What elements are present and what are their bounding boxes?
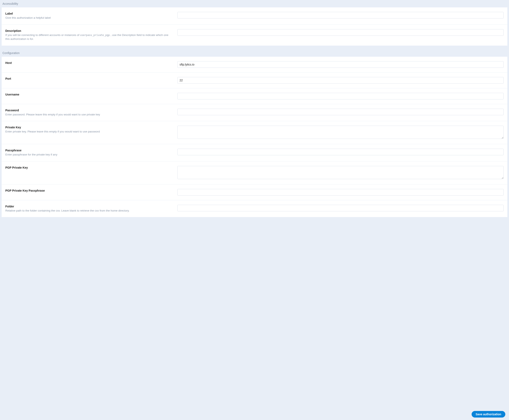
- desc-help-code: userpass_private_pgp: [80, 34, 110, 37]
- field-help-folder: Relative path to the folder containing t…: [5, 209, 172, 213]
- row-host: Host: [2, 57, 507, 73]
- section-header-accessibility: Accessibility: [0, 0, 509, 8]
- configuration-panel: Host Port Username Password Enter passwo…: [2, 57, 507, 217]
- row-username: Username: [2, 88, 507, 104]
- accessibility-panel: Label Give this authorization a helpful …: [2, 8, 507, 45]
- row-password: Password Enter password. Please leave th…: [2, 104, 507, 121]
- port-input[interactable]: [177, 77, 504, 84]
- field-label-description: Description: [5, 29, 172, 32]
- username-input[interactable]: [177, 93, 504, 99]
- password-input[interactable]: [177, 109, 504, 115]
- description-input[interactable]: [177, 29, 504, 36]
- field-help-description: If you will be connecting to different a…: [5, 33, 172, 41]
- section-header-configuration: Configuration: [0, 49, 509, 57]
- field-label-username: Username: [5, 93, 172, 96]
- field-help-private-key: Enter private key. Please leave this emp…: [5, 130, 172, 134]
- host-input[interactable]: [177, 61, 504, 68]
- row-folder: Folder Relative path to the folder conta…: [2, 200, 507, 217]
- row-pgp-passphrase: PGP Private Key Passphrase: [2, 184, 507, 200]
- field-label-folder: Folder: [5, 205, 172, 208]
- pgp-private-key-input[interactable]: [177, 166, 504, 179]
- field-help-password: Enter password. Please leave this empty …: [5, 112, 172, 117]
- folder-input[interactable]: [177, 205, 504, 211]
- pgp-passphrase-input[interactable]: [177, 189, 504, 195]
- row-label: Label Give this authorization a helpful …: [2, 8, 507, 25]
- field-label-label: Label: [5, 12, 172, 15]
- row-description: Description If you will be connecting to…: [2, 25, 507, 45]
- passphrase-input[interactable]: [177, 149, 504, 155]
- field-label-passphrase: Passphrase: [5, 149, 172, 152]
- row-private-key: Private Key Enter private key. Please le…: [2, 121, 507, 144]
- row-passphrase: Passphrase Enter passphrase for the priv…: [2, 144, 507, 161]
- field-label-port: Port: [5, 77, 172, 80]
- field-label-host: Host: [5, 61, 172, 65]
- label-input[interactable]: [177, 12, 504, 18]
- field-label-pgp-private-key: PGP Private Key: [5, 166, 172, 169]
- row-port: Port: [2, 73, 507, 88]
- field-help-label: Give this authorization a helpful label: [5, 16, 172, 20]
- field-help-passphrase: Enter passphrase for the private key if …: [5, 153, 172, 157]
- field-label-private-key: Private Key: [5, 126, 172, 129]
- field-label-password: Password: [5, 109, 172, 112]
- private-key-input[interactable]: [177, 126, 504, 139]
- row-pgp-private-key: PGP Private Key: [2, 161, 507, 184]
- desc-help-prefix: If you will be connecting to different a…: [5, 33, 80, 37]
- field-label-pgp-passphrase: PGP Private Key Passphrase: [5, 189, 172, 192]
